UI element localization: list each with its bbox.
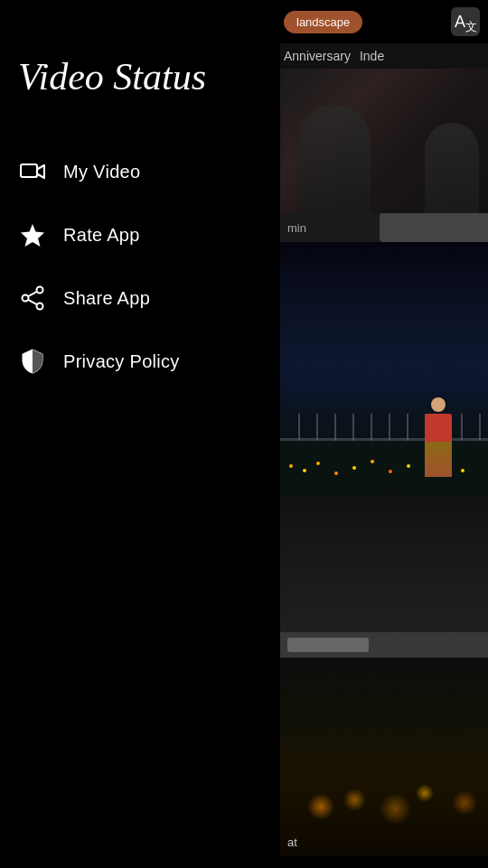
thumb-3-label-bar: [280, 632, 488, 658]
shield-icon: [18, 347, 47, 376]
landscape-badge[interactable]: landscape: [284, 11, 362, 33]
menu-item-my-video-label: My Video: [63, 162, 140, 182]
svg-point-2: [37, 287, 43, 294]
svg-marker-1: [21, 224, 44, 247]
tab-anniversary[interactable]: Anniversary: [284, 49, 351, 63]
thumb-4-label: at: [287, 835, 297, 849]
tab-indie[interactable]: Inde: [360, 49, 384, 63]
svg-text:文: 文: [465, 20, 477, 33]
video-thumbnail-2[interactable]: [280, 242, 488, 495]
category-tabs: Anniversary Inde: [280, 43, 488, 69]
video-camera-icon: [18, 157, 47, 186]
menu-item-rate-app-label: Rate App: [63, 225, 140, 246]
video-thumbnail-1[interactable]: [280, 69, 488, 213]
menu-item-share-app-label: Share App: [63, 288, 150, 309]
duration-strip: min: [280, 213, 488, 242]
share-icon: [18, 284, 47, 313]
translate-icon[interactable]: A 文: [450, 6, 481, 37]
video-thumbnail-4[interactable]: at: [280, 658, 488, 856]
svg-point-3: [23, 295, 29, 302]
top-bar: landscape A 文: [280, 0, 488, 43]
menu-list: My Video Rate App Share Ap: [18, 145, 262, 388]
menu-item-share-app[interactable]: Share App: [18, 271, 262, 325]
menu-item-privacy-policy[interactable]: Privacy Policy: [18, 334, 262, 388]
menu-item-privacy-policy-label: Privacy Policy: [63, 351, 180, 372]
svg-line-5: [28, 292, 37, 296]
svg-text:A: A: [455, 13, 465, 31]
app-title: Video Status: [18, 54, 262, 99]
svg-rect-0: [21, 164, 37, 177]
thumb-3-label: [287, 638, 369, 652]
svg-point-4: [37, 303, 43, 310]
video-grid: min: [280, 69, 488, 856]
menu-item-my-video[interactable]: My Video: [18, 145, 262, 199]
drawer-panel: Video Status My Video Rate App: [0, 0, 280, 868]
anime-character: [425, 414, 452, 477]
star-icon: [18, 220, 47, 249]
menu-item-rate-app[interactable]: Rate App: [18, 208, 262, 262]
svg-line-6: [28, 300, 37, 304]
content-area: landscape A 文 Anniversary Inde min: [280, 0, 488, 868]
duration-label: min: [287, 221, 306, 235]
video-thumbnail-3[interactable]: [280, 495, 488, 658]
